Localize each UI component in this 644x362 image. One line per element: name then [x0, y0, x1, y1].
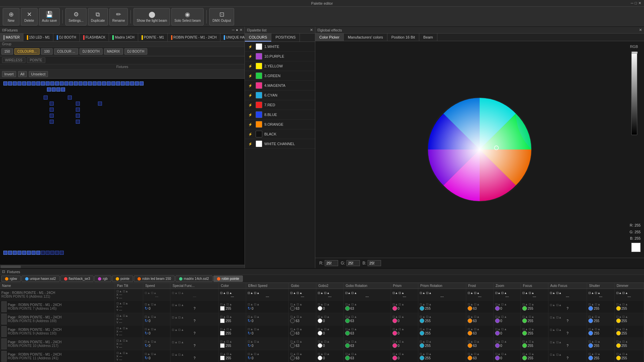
scrollbar-thumb[interactable] — [1, 265, 21, 268]
bottom-tab-robin-led[interactable]: robin led beam 150 — [134, 276, 175, 282]
palette-item[interactable]: ⚡4.MAGENTA — [245, 81, 315, 90]
fixture-dot[interactable] — [44, 96, 48, 100]
cp-tab-manufacturers[interactable]: Manufacturers' colors — [344, 34, 387, 41]
group-btn-colour[interactable]: COLOUR ... — [54, 48, 78, 55]
palette-item[interactable]: ⚡WHITE CHANNEL — [245, 139, 315, 149]
pointe-btn[interactable]: POINTE — [27, 57, 45, 63]
fixture-tab-madrix[interactable]: Madrix 14CH — [109, 34, 138, 41]
fixture-dot[interactable] — [36, 251, 40, 255]
fixture-dot[interactable] — [135, 81, 139, 85]
fixture-dot[interactable] — [56, 87, 60, 92]
cp-tab-beam[interactable]: Beam — [419, 34, 437, 41]
group-btn-100[interactable]: 100 — [41, 48, 53, 55]
fixture-dot[interactable] — [3, 81, 7, 85]
fixture-dot[interactable] — [111, 81, 115, 85]
fixture-dot[interactable] — [41, 81, 45, 85]
wireless-btn[interactable]: WIRELESS — [2, 57, 25, 63]
fixture-dot[interactable] — [88, 81, 92, 85]
fixture-dot[interactable] — [50, 102, 54, 106]
fixture-dot[interactable] — [46, 81, 50, 85]
fixture-dot[interactable] — [55, 251, 59, 255]
fixture-dot[interactable] — [60, 251, 64, 255]
fixture-dot[interactable] — [27, 81, 31, 85]
bottom-tab-robin-pointe[interactable]: robin pointe — [213, 276, 243, 282]
rgb-slider-thumb[interactable] — [632, 52, 638, 54]
bottom-tab-unique-haser[interactable]: unique haser.ssl2 — [21, 276, 60, 282]
fixture-dot[interactable] — [46, 251, 50, 255]
palette-item[interactable]: ⚡7.RED — [245, 100, 315, 110]
bottom-tab-flashback[interactable]: flashback_se3 — [60, 276, 94, 282]
fixture-dot[interactable] — [116, 81, 120, 85]
b-input[interactable] — [368, 260, 381, 266]
fixture-dot[interactable] — [47, 87, 51, 92]
fixture-dot[interactable] — [13, 81, 17, 85]
cp-tab-color-picker[interactable]: Color Picker — [315, 34, 344, 41]
fixture-dot[interactable] — [13, 251, 17, 255]
fixtures-minimize-btn[interactable]: ─ — [232, 28, 235, 32]
palette-tab-colours[interactable]: COLOURS — [245, 34, 271, 42]
palette-item[interactable]: ⚡6.CYAN — [245, 90, 315, 100]
palette-item[interactable]: ⚡10.PURPLE — [245, 52, 315, 61]
fixture-tab-pointe[interactable]: POINTE - M1 — [138, 34, 168, 41]
fixture-dot[interactable] — [17, 251, 21, 255]
fixture-dot[interactable] — [50, 108, 54, 112]
fixture-dot[interactable] — [50, 114, 54, 118]
fixture-dot[interactable] — [98, 102, 102, 106]
global-effects-close[interactable]: ✕ — [639, 28, 642, 32]
fixture-dot[interactable] — [68, 96, 72, 100]
fixture-dot[interactable] — [32, 81, 36, 85]
all-btn[interactable]: All — [18, 71, 27, 77]
fixture-dot[interactable] — [76, 114, 80, 118]
fixture-dot[interactable] — [32, 251, 36, 255]
dmx-output-button[interactable]: ⊡ DMX Output — [209, 8, 234, 25]
bottom-tab-rgb[interactable]: rgb — [94, 276, 111, 282]
group-btn-djbooth1[interactable]: DJ BOOTH — [79, 48, 103, 55]
fixture-dot[interactable] — [22, 81, 26, 85]
fixture-dot[interactable] — [76, 108, 80, 112]
fixture-dot[interactable] — [50, 251, 54, 255]
fixture-dot[interactable] — [74, 81, 78, 85]
color-wheel-svg[interactable] — [426, 96, 533, 203]
group-btn-djbooth2[interactable]: DJ BOOTH — [124, 48, 148, 55]
fixture-dot[interactable] — [50, 81, 54, 85]
group-btn-colourb[interactable]: COLOURB... — [14, 48, 40, 55]
palette-item[interactable]: ⚡BLACK — [245, 129, 315, 139]
fixture-dot[interactable] — [78, 81, 83, 85]
delete-button[interactable]: ✕ Delete — [21, 8, 38, 25]
auto-save-button[interactable]: 💾 Auto save — [39, 8, 60, 25]
palette-list-close[interactable]: ✕ — [310, 28, 313, 32]
fixture-tab-unique[interactable]: UNIQUE HASER — [220, 34, 245, 41]
bottom-tab-madrix[interactable]: madrix 14ch.ssl2 — [175, 276, 213, 282]
rename-button[interactable]: ✏ Rename — [109, 8, 128, 25]
cp-tab-position16[interactable]: Position 16 Bit — [387, 34, 419, 41]
fixture-dot[interactable] — [8, 251, 12, 255]
palette-item[interactable]: ⚡3.GREEN — [245, 71, 315, 81]
rgb-slider-track[interactable] — [631, 51, 637, 135]
palette-item[interactable]: ⚡2.YELLOW — [245, 61, 315, 71]
fixture-dot[interactable] — [140, 81, 144, 85]
settings-button[interactable]: ⚙ Settings... — [65, 8, 86, 25]
invert-btn[interactable]: Invert — [2, 71, 16, 77]
fixture-dot[interactable] — [125, 81, 129, 85]
new-button[interactable]: ⊕ New — [3, 8, 19, 25]
bottom-tab-pointe[interactable]: pointe — [112, 276, 133, 282]
fixture-tab-150led[interactable]: 150 LED - M1 — [23, 34, 54, 41]
palette-item[interactable]: ⚡9.ORANGE — [245, 120, 315, 129]
minimize-btn[interactable]: ─ — [631, 1, 634, 5]
fixture-dot[interactable] — [107, 81, 111, 85]
maximize-btn[interactable]: □ — [635, 1, 637, 5]
fixture-dot[interactable] — [76, 120, 80, 124]
fixture-dot[interactable] — [22, 251, 26, 255]
fixture-dot[interactable] — [93, 81, 97, 85]
fixture-dot[interactable] — [52, 87, 56, 92]
solo-select-beam-button[interactable]: ◉ Solo Select beam — [171, 8, 204, 25]
fixture-tab-flashback[interactable]: FLASHBACK — [80, 34, 109, 41]
r-input[interactable] — [325, 260, 338, 266]
unselect-btn[interactable]: Unselect — [29, 71, 48, 77]
palette-tab-positions[interactable]: POSITIONS — [271, 34, 300, 42]
palette-item[interactable]: ⚡1.WHITE — [245, 42, 315, 52]
fixture-dot[interactable] — [76, 102, 80, 106]
g-input[interactable] — [346, 260, 360, 266]
fixture-dot[interactable] — [55, 81, 59, 85]
fixture-dot[interactable] — [69, 81, 73, 85]
